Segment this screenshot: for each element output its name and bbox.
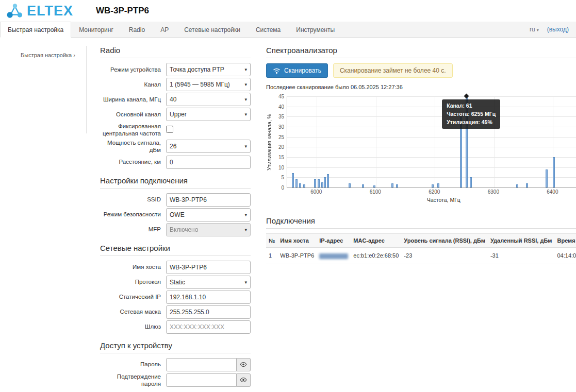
ssid-input[interactable] <box>166 193 251 207</box>
field-control <box>166 156 251 169</box>
y-tick-label: 20 <box>278 144 284 150</box>
spectrum-bar[interactable] <box>349 183 351 188</box>
eltex-logo: ELTEX <box>5 3 73 19</box>
password-confirm-group <box>166 373 251 387</box>
table-cell: -23 <box>401 248 488 264</box>
connections-header-row: №Имя хостаIP-адресMAC-адресУровень сигна… <box>266 234 576 248</box>
y-axis-title: Утилизация канала, % <box>266 96 273 188</box>
tx-power-select-wrap: 26▾ <box>166 140 251 153</box>
spectrum-bar[interactable] <box>516 184 518 188</box>
table-row: 1WB-3P-PTP6ec:b1:e0:2e:68:50-23-3104:14:… <box>266 248 576 264</box>
logout-link[interactable]: (выход) <box>547 26 569 33</box>
highlight-marker <box>464 94 469 99</box>
y-tick-label: 45 <box>278 94 284 99</box>
section-title: Доступ к устройству <box>100 341 251 353</box>
scan-button[interactable]: Сканировать <box>266 63 328 78</box>
x-tick-label: 6100 <box>370 189 381 195</box>
spectrum-bar[interactable] <box>526 183 528 188</box>
nav-tab[interactable]: Мониторинг <box>71 22 121 37</box>
security-mode-select[interactable]: OWE <box>166 208 251 221</box>
language-selector[interactable]: ru▾ <box>530 26 539 33</box>
field-label: Основной канал <box>100 111 166 118</box>
nav-tab[interactable]: Быстрая настройка <box>0 22 71 38</box>
gridline-horizontal <box>287 147 576 147</box>
field-control <box>166 291 251 304</box>
mfp-select[interactable]: Включено <box>166 223 251 236</box>
channel-width-select[interactable]: 40 <box>166 93 251 106</box>
field-control: 40▾ <box>166 93 251 106</box>
sidebar-item-quick-setup[interactable]: Быстрая настройка › <box>0 46 86 58</box>
spectrum-bar[interactable] <box>437 183 439 188</box>
nav-tab[interactable]: Сетевые настройки <box>176 22 248 37</box>
primary-channel-select[interactable]: Upper <box>166 108 251 121</box>
channel-select[interactable]: 1 (5945 — 5985 МГц) <box>166 78 251 91</box>
scan-button-label: Сканировать <box>284 67 321 74</box>
spectrum-bar[interactable] <box>470 177 472 188</box>
spectrum-bar[interactable] <box>391 183 393 188</box>
gridline-horizontal <box>287 107 576 107</box>
column-header: MAC-адрес <box>351 234 401 248</box>
y-tick-label: 5 <box>281 175 284 180</box>
connections-body: 1WB-3P-PTP6ec:b1:e0:2e:68:50-23-3104:14:… <box>266 248 576 264</box>
tooltip-freq: Частота: 6255 МГц <box>447 110 496 118</box>
y-tick-label: 25 <box>278 134 284 140</box>
language-label: ru <box>530 26 535 33</box>
hostname-input[interactable] <box>166 261 251 274</box>
spectrum-bar[interactable] <box>432 184 434 188</box>
spectrum-bar[interactable] <box>553 157 555 188</box>
spectrum-bar[interactable] <box>327 174 329 188</box>
table-cell: 04:14:04 <box>554 248 576 264</box>
spectrum-bar[interactable] <box>362 184 364 188</box>
x-axis-title: Частота, МГц <box>287 197 576 203</box>
spectrum-bar[interactable] <box>292 173 294 188</box>
static-ip-input[interactable] <box>166 291 251 304</box>
password-input[interactable] <box>166 358 237 371</box>
field-control <box>166 193 251 207</box>
spectrum-bar[interactable] <box>318 179 320 188</box>
netmask-input[interactable] <box>166 305 251 319</box>
tooltip-util: Утилизация: 45% <box>447 118 496 127</box>
gridline-vertical <box>376 96 376 188</box>
gridline-horizontal <box>287 96 576 97</box>
form-row-channel-width: Ширина канала, МГц40▾ <box>100 93 251 106</box>
field-label: SSID <box>100 196 166 203</box>
form-row-gateway: Шлюз <box>100 320 251 334</box>
table-cell <box>317 248 351 264</box>
distance-input[interactable] <box>166 156 251 169</box>
spectrum-bar[interactable] <box>295 179 298 188</box>
field-label: Подтверждение пароля <box>100 373 166 388</box>
password-confirm-input[interactable] <box>166 373 237 387</box>
settings-form: RadioРежим устройстваТочка доступа PTP▾К… <box>100 46 251 392</box>
nav-tab[interactable]: Radio <box>121 22 153 37</box>
form-row-password: Пароль <box>100 358 251 371</box>
field-label: Мощность сигнала, дБм <box>100 139 166 154</box>
plot-outer: Канал: 61 Частота: 6255 МГц Утилизация: … <box>273 96 576 203</box>
spectrum-bar[interactable] <box>373 185 375 188</box>
spectrum-bar[interactable] <box>314 179 316 188</box>
wifi-scan-icon <box>273 67 281 74</box>
form-row-security-mode: Режим безопасностиOWE▾ <box>100 208 251 221</box>
spectrum-bar[interactable] <box>321 182 323 188</box>
device-mode-select[interactable]: Точка доступа PTP <box>166 63 251 76</box>
nav-tab[interactable]: Система <box>248 22 288 37</box>
show-password-button[interactable] <box>237 358 251 371</box>
spectrum-bar[interactable] <box>396 184 398 188</box>
tx-power-select[interactable]: 26 <box>166 140 251 153</box>
spectrum-bar[interactable] <box>546 169 548 188</box>
nav-tab[interactable]: AP <box>153 22 176 37</box>
form-row-netmask: Сетевая маска <box>100 305 251 319</box>
gateway-input[interactable] <box>166 320 251 334</box>
protocol-select-wrap: Static▾ <box>166 276 251 289</box>
field-control: OWE▾ <box>166 208 251 221</box>
page-title: WB-3P-PTP6 <box>96 6 149 16</box>
nav-tab[interactable]: Инструменты <box>288 22 342 37</box>
spectrum-bar[interactable] <box>324 177 326 188</box>
chevron-down-icon: ▾ <box>537 28 539 32</box>
fixed-center-frequency-checkbox[interactable] <box>166 126 173 133</box>
protocol-select[interactable]: Static <box>166 276 251 289</box>
spectrum-bar[interactable] <box>303 184 305 188</box>
channel-select-wrap: 1 (5945 — 5985 МГц)▾ <box>166 78 251 91</box>
y-tick-label: 10 <box>278 165 284 171</box>
show-password-button[interactable] <box>237 373 251 387</box>
spectrum-bar[interactable] <box>299 183 301 188</box>
